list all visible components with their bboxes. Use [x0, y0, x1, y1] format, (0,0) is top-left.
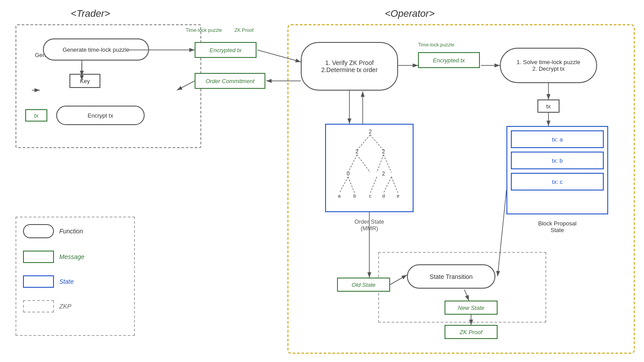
- trader-title: <Trader>: [71, 8, 110, 19]
- zk-proof-msg: ZK Proof: [445, 325, 498, 339]
- block-proposal-label: Block ProposalState: [513, 220, 602, 233]
- legend-func-label: Function: [59, 228, 83, 235]
- solve-timelock-shape: 1. Solve time-lock puzzle2. Decrypt tx: [500, 48, 597, 83]
- order-commitment-msg: Order Commitment: [195, 73, 265, 89]
- legend-state-label: State: [59, 278, 74, 285]
- legend-box: Function Message State ZKP: [15, 217, 135, 336]
- svg-line-17: [348, 177, 355, 193]
- encrypted-tx-msg-1: Encrypted tx: [195, 42, 257, 58]
- svg-line-18: [370, 177, 377, 193]
- diagram-container: <Trader> Generate ZK Proof Generate time…: [0, 0, 644, 362]
- svg-line-10: [357, 135, 370, 150]
- legend-func-item: Function: [23, 224, 127, 238]
- timelock-puzzle-label-2: Time-lock puzzle: [418, 42, 454, 47]
- zk-proof-label-1: ZK Proof: [234, 27, 253, 33]
- tx-b-row: tx: b: [511, 152, 604, 169]
- svg-line-13: [357, 155, 370, 172]
- svg-text:e: e: [397, 193, 399, 198]
- svg-line-16: [339, 177, 348, 193]
- mmr-svg: 2 2 2 0 2 a b c d e: [326, 125, 414, 213]
- svg-line-15: [383, 155, 391, 172]
- svg-line-14: [377, 155, 383, 172]
- svg-text:2: 2: [382, 171, 385, 177]
- legend-zkp-item: ZKP: [23, 300, 127, 312]
- svg-text:2: 2: [356, 149, 359, 155]
- timelock-puzzle-label-1: Time-lock puzzle: [186, 27, 222, 33]
- legend-func-shape: [23, 224, 54, 238]
- svg-line-19: [383, 177, 391, 193]
- order-state-label: Order State(MMR): [330, 218, 409, 232]
- legend-zkp-shape: [23, 300, 54, 312]
- tx-rect-operator: tx: [537, 99, 560, 113]
- legend-state-shape: [23, 275, 54, 288]
- legend-msg-shape: [23, 251, 54, 263]
- encrypted-tx-msg-2: Encrypted tx: [418, 52, 480, 68]
- svg-text:a: a: [338, 193, 341, 198]
- svg-text:0: 0: [347, 171, 350, 177]
- mmr-box: 2 2 2 0 2 a b c d e: [325, 124, 414, 212]
- svg-line-12: [348, 155, 357, 172]
- operator-title: <Operator>: [385, 8, 435, 19]
- verify-zk-shape: 1. Verify ZK Proof2.Determine tx order: [301, 42, 398, 91]
- svg-text:c: c: [369, 193, 372, 198]
- legend-msg-label: Message: [59, 253, 84, 260]
- trader-box: Generate ZK Proof Generate time-lock puz…: [15, 24, 201, 148]
- tx-input-shape: tx: [25, 109, 47, 122]
- svg-line-20: [391, 177, 398, 193]
- new-state-msg: New State: [445, 301, 498, 315]
- state-transition-shape: State Transition: [407, 264, 495, 289]
- key-shape: Key: [69, 74, 100, 88]
- svg-line-11: [370, 135, 383, 150]
- old-state-msg: Old State: [337, 278, 390, 292]
- legend-zkp-label: ZKP: [59, 303, 71, 310]
- svg-text:b: b: [353, 193, 356, 198]
- tx-a-row: tx: a: [511, 130, 604, 148]
- block-proposal-box: tx: a tx: b tx: c: [506, 126, 608, 214]
- svg-text:2: 2: [369, 129, 372, 135]
- legend-state-item: State: [23, 275, 127, 288]
- svg-text:d: d: [382, 193, 385, 198]
- legend-msg-item: Message: [23, 251, 127, 263]
- tx-c-row: tx: c: [511, 173, 604, 191]
- encrypt-tx-shape: Encrypt tx: [56, 106, 145, 125]
- generate-timelock-shape: Generate time-lock puzzle: [43, 38, 149, 61]
